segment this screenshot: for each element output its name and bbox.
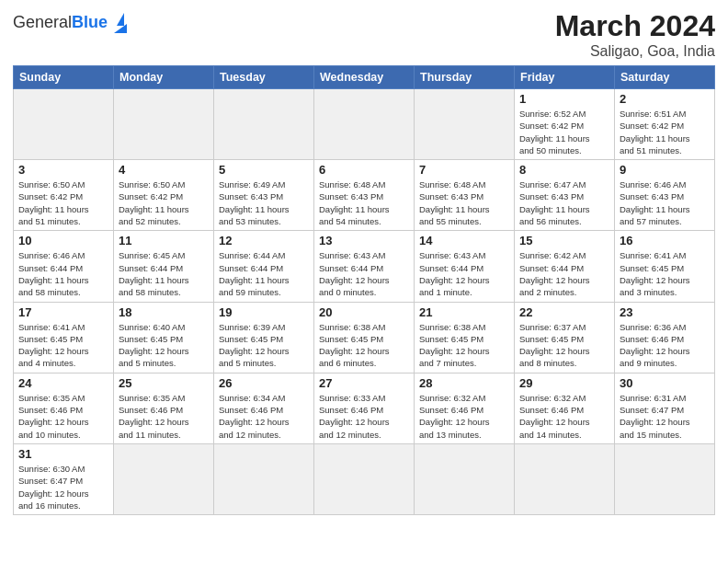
day-number: 16 — [620, 234, 710, 247]
day-cell — [214, 443, 314, 514]
day-cell: 18Sunrise: 6:40 AM Sunset: 6:45 PM Dayli… — [114, 302, 214, 373]
day-number: 8 — [519, 163, 609, 177]
day-cell: 3Sunrise: 6:50 AM Sunset: 6:42 PM Daylig… — [14, 160, 114, 231]
day-info: Sunrise: 6:52 AM Sunset: 6:42 PM Dayligh… — [519, 108, 609, 156]
day-cell: 9Sunrise: 6:46 AM Sunset: 6:43 PM Daylig… — [615, 160, 715, 231]
day-number: 4 — [119, 163, 209, 177]
day-number: 31 — [18, 447, 108, 461]
day-cell — [314, 89, 415, 160]
day-cell: 30Sunrise: 6:31 AM Sunset: 6:47 PM Dayli… — [615, 373, 715, 443]
day-info: Sunrise: 6:47 AM Sunset: 6:43 PM Dayligh… — [519, 178, 609, 227]
page: GeneralBlue March 2024 Saligao, Goa, Ind… — [0, 0, 728, 524]
day-number: 5 — [219, 163, 309, 177]
day-cell: 1Sunrise: 6:52 AM Sunset: 6:42 PM Daylig… — [515, 89, 615, 160]
day-cell — [114, 89, 214, 160]
day-info: Sunrise: 6:42 AM Sunset: 6:44 PM Dayligh… — [519, 249, 609, 298]
day-info: Sunrise: 6:43 AM Sunset: 6:44 PM Dayligh… — [419, 249, 509, 298]
day-number: 23 — [620, 305, 710, 319]
col-header-sunday: Sunday — [14, 66, 114, 89]
day-cell: 21Sunrise: 6:38 AM Sunset: 6:45 PM Dayli… — [415, 302, 515, 373]
day-number: 27 — [319, 376, 409, 390]
day-cell: 13Sunrise: 6:43 AM Sunset: 6:44 PM Dayli… — [314, 231, 415, 302]
title-block: March 2024 Saligao, Goa, India — [555, 9, 715, 60]
day-number: 11 — [119, 234, 209, 247]
logo: GeneralBlue — [13, 9, 127, 33]
logo-triangle-bottom — [114, 24, 127, 33]
day-cell — [14, 89, 114, 160]
day-number: 17 — [18, 305, 108, 319]
day-cell: 8Sunrise: 6:47 AM Sunset: 6:43 PM Daylig… — [515, 160, 615, 231]
day-info: Sunrise: 6:33 AM Sunset: 6:46 PM Dayligh… — [319, 392, 409, 441]
day-cell: 5Sunrise: 6:49 AM Sunset: 6:43 PM Daylig… — [214, 160, 314, 231]
day-cell: 10Sunrise: 6:46 AM Sunset: 6:44 PM Dayli… — [14, 231, 114, 302]
day-info: Sunrise: 6:38 AM Sunset: 6:45 PM Dayligh… — [419, 321, 509, 370]
col-header-monday: Monday — [114, 66, 214, 89]
day-cell: 14Sunrise: 6:43 AM Sunset: 6:44 PM Dayli… — [415, 231, 515, 302]
day-cell: 4Sunrise: 6:50 AM Sunset: 6:42 PM Daylig… — [114, 160, 214, 231]
week-row-5: 31Sunrise: 6:30 AM Sunset: 6:47 PM Dayli… — [14, 443, 715, 514]
day-info: Sunrise: 6:35 AM Sunset: 6:46 PM Dayligh… — [119, 392, 209, 441]
day-info: Sunrise: 6:31 AM Sunset: 6:47 PM Dayligh… — [620, 392, 710, 441]
col-header-tuesday: Tuesday — [214, 66, 314, 89]
day-info: Sunrise: 6:36 AM Sunset: 6:46 PM Dayligh… — [620, 321, 710, 370]
day-number: 3 — [18, 163, 108, 177]
day-info: Sunrise: 6:38 AM Sunset: 6:45 PM Dayligh… — [319, 321, 409, 370]
day-cell: 6Sunrise: 6:48 AM Sunset: 6:43 PM Daylig… — [314, 160, 415, 231]
day-number: 7 — [419, 163, 509, 177]
day-info: Sunrise: 6:34 AM Sunset: 6:46 PM Dayligh… — [219, 392, 309, 441]
day-number: 28 — [419, 376, 509, 390]
day-info: Sunrise: 6:44 AM Sunset: 6:44 PM Dayligh… — [219, 249, 309, 298]
day-number: 22 — [519, 305, 609, 319]
day-number: 25 — [119, 376, 209, 390]
day-cell — [615, 443, 715, 514]
day-cell: 17Sunrise: 6:41 AM Sunset: 6:45 PM Dayli… — [14, 302, 114, 373]
day-info: Sunrise: 6:41 AM Sunset: 6:45 PM Dayligh… — [18, 321, 108, 370]
week-row-1: 3Sunrise: 6:50 AM Sunset: 6:42 PM Daylig… — [14, 160, 715, 231]
day-cell: 16Sunrise: 6:41 AM Sunset: 6:45 PM Dayli… — [615, 231, 715, 302]
day-number: 29 — [519, 376, 609, 390]
day-info: Sunrise: 6:40 AM Sunset: 6:45 PM Dayligh… — [119, 321, 209, 370]
day-info: Sunrise: 6:37 AM Sunset: 6:45 PM Dayligh… — [519, 321, 609, 370]
day-cell: 25Sunrise: 6:35 AM Sunset: 6:46 PM Dayli… — [114, 373, 214, 443]
day-number: 19 — [219, 305, 309, 319]
day-cell — [314, 443, 415, 514]
day-number: 6 — [319, 163, 409, 177]
day-cell — [114, 443, 214, 514]
day-info: Sunrise: 6:51 AM Sunset: 6:42 PM Dayligh… — [620, 108, 710, 156]
calendar-table: SundayMondayTuesdayWednesdayThursdayFrid… — [13, 65, 715, 515]
col-header-saturday: Saturday — [615, 66, 715, 89]
days-header-row: SundayMondayTuesdayWednesdayThursdayFrid… — [14, 66, 715, 89]
day-cell: 28Sunrise: 6:32 AM Sunset: 6:46 PM Dayli… — [415, 373, 515, 443]
day-info: Sunrise: 6:41 AM Sunset: 6:45 PM Dayligh… — [620, 249, 710, 298]
day-cell: 7Sunrise: 6:48 AM Sunset: 6:43 PM Daylig… — [415, 160, 515, 231]
day-info: Sunrise: 6:39 AM Sunset: 6:45 PM Dayligh… — [219, 321, 309, 370]
logo-blue: Blue — [72, 13, 108, 31]
day-number: 18 — [119, 305, 209, 319]
day-number: 26 — [219, 376, 309, 390]
day-number: 2 — [620, 92, 710, 106]
day-cell: 12Sunrise: 6:44 AM Sunset: 6:44 PM Dayli… — [214, 231, 314, 302]
day-cell: 22Sunrise: 6:37 AM Sunset: 6:45 PM Dayli… — [515, 302, 615, 373]
day-cell: 26Sunrise: 6:34 AM Sunset: 6:46 PM Dayli… — [214, 373, 314, 443]
day-cell — [415, 89, 515, 160]
day-info: Sunrise: 6:46 AM Sunset: 6:43 PM Dayligh… — [620, 178, 710, 227]
day-number: 24 — [18, 376, 108, 390]
header: GeneralBlue March 2024 Saligao, Goa, Ind… — [13, 9, 715, 60]
day-number: 1 — [519, 92, 609, 106]
day-info: Sunrise: 6:50 AM Sunset: 6:42 PM Dayligh… — [18, 178, 108, 227]
day-number: 30 — [620, 376, 710, 390]
day-info: Sunrise: 6:32 AM Sunset: 6:46 PM Dayligh… — [419, 392, 509, 441]
logo-text: GeneralBlue — [13, 14, 108, 32]
day-number: 13 — [319, 234, 409, 247]
day-number: 12 — [219, 234, 309, 247]
day-info: Sunrise: 6:46 AM Sunset: 6:44 PM Dayligh… — [18, 249, 108, 298]
day-info: Sunrise: 6:49 AM Sunset: 6:43 PM Dayligh… — [219, 178, 309, 227]
calendar-title: March 2024 — [555, 9, 715, 43]
day-number: 10 — [18, 234, 108, 247]
day-cell: 15Sunrise: 6:42 AM Sunset: 6:44 PM Dayli… — [515, 231, 615, 302]
day-cell: 27Sunrise: 6:33 AM Sunset: 6:46 PM Dayli… — [314, 373, 415, 443]
day-cell: 19Sunrise: 6:39 AM Sunset: 6:45 PM Dayli… — [214, 302, 314, 373]
day-info: Sunrise: 6:43 AM Sunset: 6:44 PM Dayligh… — [319, 249, 409, 298]
week-row-3: 17Sunrise: 6:41 AM Sunset: 6:45 PM Dayli… — [14, 302, 715, 373]
day-info: Sunrise: 6:32 AM Sunset: 6:46 PM Dayligh… — [519, 392, 609, 441]
